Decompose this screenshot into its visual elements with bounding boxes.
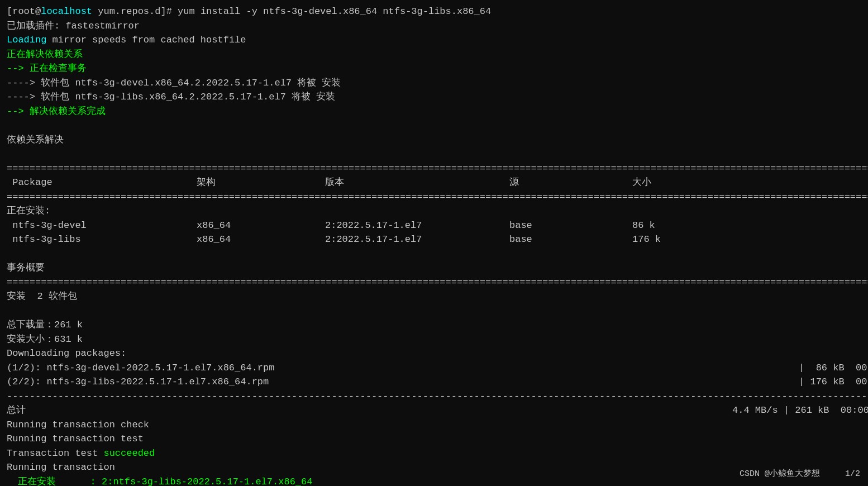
download-1-line: (1/2): ntfs-3g-devel-2022.5.17-1.el7.x86… bbox=[7, 361, 861, 375]
run-test-line: Running transaction test bbox=[7, 432, 861, 446]
hostname: localhost bbox=[41, 6, 92, 17]
blank-1 bbox=[7, 118, 861, 133]
summary-label: 事务概要 bbox=[7, 261, 861, 275]
installing-label: 正在安装: bbox=[7, 204, 861, 218]
total-dl: 总下载量：261 k bbox=[7, 318, 861, 332]
total-line: 总计 4.4 MB/s | 261 kB 00:00:00 bbox=[7, 403, 861, 418]
loading-line: Loading mirror speeds from cached hostfi… bbox=[7, 33, 861, 47]
pkg1-name: ntfs-3g-devel bbox=[7, 218, 197, 233]
divider-summary: ========================================… bbox=[7, 275, 861, 290]
run-check-line: Running transaction check bbox=[7, 418, 861, 432]
pkg2-size: 176 k bbox=[632, 232, 661, 247]
loading-rest: mirror speeds from cached hostfile bbox=[46, 35, 246, 45]
pkg1-size: 86 k bbox=[632, 218, 655, 233]
pkg1-arch: x86_64 bbox=[197, 218, 325, 233]
loading-word: Loading bbox=[7, 35, 46, 45]
package1-line: ----> 软件包 ntfs-3g-devel.x86_64.2.2022.5.… bbox=[7, 76, 861, 90]
prompt-path: yum.repos.d]# bbox=[92, 6, 178, 17]
pkg2-arch: x86_64 bbox=[197, 232, 325, 247]
table-header-row: Package架构版本源大小 bbox=[7, 175, 861, 190]
blank-4 bbox=[7, 304, 861, 318]
divider-header: ========================================… bbox=[7, 190, 861, 204]
col-header-version: 版本 bbox=[325, 175, 509, 190]
watermark-text: CSDN @小鲸鱼大梦想 bbox=[740, 469, 820, 479]
prompt-bracket-open: [root@ bbox=[7, 6, 41, 17]
watermark: CSDN @小鲸鱼大梦想 1/2 bbox=[740, 468, 860, 481]
col-header-source: 源 bbox=[509, 175, 632, 190]
pkg2-source: base bbox=[509, 232, 632, 247]
install-size: 安装大小：631 k bbox=[7, 332, 861, 347]
pkg1-version: 2:2022.5.17-1.el7 bbox=[325, 218, 509, 233]
resolved-line: --> 解决依赖关系完成 bbox=[7, 104, 861, 119]
pkg2-name: ntfs-3g-libs bbox=[7, 232, 197, 247]
command-line: [root@localhost yum.repos.d]# yum instal… bbox=[7, 4, 861, 19]
succeeded-word: succeeded bbox=[103, 448, 155, 459]
col-header-arch: 架构 bbox=[197, 175, 325, 190]
command-text: yum install -y ntfs-3g-devel.x86_64 ntfs… bbox=[178, 6, 491, 17]
blank-2 bbox=[7, 147, 861, 161]
col-header-size: 大小 bbox=[632, 175, 651, 190]
col-header-package: Package bbox=[7, 175, 197, 190]
table-row: ntfs-3g-develx86_642:2022.5.17-1.el7base… bbox=[7, 218, 861, 233]
installing-progress-line: 正在安装 : 2:ntfs-3g-libs-2022.5.17-1.el7.x8… bbox=[7, 475, 861, 487]
download-2-line: (2/2): ntfs-3g-libs-2022.5.17-1.el7.x86_… bbox=[7, 375, 861, 389]
page-indicator: 1/2 bbox=[845, 469, 860, 479]
resolving-line: 正在解决依赖关系 bbox=[7, 47, 861, 62]
deps-line: 依赖关系解决 bbox=[7, 133, 861, 147]
downloading-label: Downloading packages: bbox=[7, 346, 861, 361]
install-count: 安装 2 软件包 bbox=[7, 289, 861, 304]
table-row: ntfs-3g-libsx86_642:2022.5.17-1.el7base1… bbox=[7, 232, 861, 247]
pkg2-version: 2:2022.5.17-1.el7 bbox=[325, 232, 509, 247]
plugin-line: 已加载插件: fastestmirror bbox=[7, 19, 861, 34]
test-succeeded-line: Transaction test succeeded bbox=[7, 446, 861, 461]
test-succeeded-pre: Transaction test bbox=[7, 448, 103, 459]
terminal: [root@localhost yum.repos.d]# yum instal… bbox=[7, 4, 861, 486]
blank-3 bbox=[7, 247, 861, 261]
checking-line: --> 正在检查事务 bbox=[7, 61, 861, 76]
pkg1-source: base bbox=[509, 218, 632, 233]
run-transaction-line: Running transaction bbox=[7, 460, 861, 475]
package2-line: ----> 软件包 ntfs-3g-libs.x86_64.2.2022.5.1… bbox=[7, 90, 861, 104]
divider-thin: ----------------------------------------… bbox=[7, 389, 861, 404]
divider-top: ========================================… bbox=[7, 161, 861, 176]
